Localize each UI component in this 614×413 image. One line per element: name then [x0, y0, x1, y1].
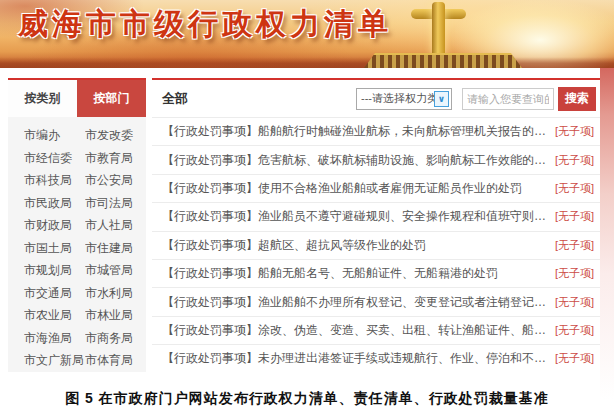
sidebar-item-dept[interactable]: 市文广新局 — [24, 349, 85, 372]
no-subitem-badge: [无子项] — [555, 238, 594, 253]
sidebar-item-dept[interactable]: 市交通局 — [24, 282, 85, 305]
sidebar-tabs: 按类别 按部门 — [8, 80, 146, 117]
item-title: 使用不合格渔业船舶或者雇佣无证船员作业的处罚 — [258, 181, 522, 195]
power-list-panel: 全部 ---请选择权力类型--- ∨ 搜索 【行政处罚事项】船舶航行时触碰渔业航… — [152, 78, 600, 373]
item-title: 渔业船舶不办理所有权登记、变更登记或者注销登记的处罚 — [258, 295, 547, 309]
list-item[interactable]: 【行政处罚事项】危害航标、破坏航标辅助设施、影响航标工作效能的处罚 [无子项] — [152, 145, 600, 173]
chevron-down-icon[interactable]: ∨ — [434, 91, 449, 107]
list-item[interactable]: 【行政处罚事项】船舶航行时触碰渔业航标，未向航标管理机关报告的处罚 [无子项] — [152, 117, 600, 145]
page-banner: 威海市市级行政权力清单 — [0, 0, 614, 68]
figure-caption: 图 5 在市政府门户网站发布行政权力清单、责任清单、行政处罚裁量基准 — [0, 390, 614, 408]
department-list: 市编办 市发改委 市经信委 市教育局 市科技局 市公安局 市民政局 市司法局 市… — [8, 117, 146, 372]
item-title: 危害航标、破坏航标辅助设施、影响航标工作效能的处罚 — [258, 153, 547, 167]
sidebar-item-dept[interactable]: 市城管局 — [85, 259, 146, 282]
sidebar-item-dept[interactable]: 市财政局 — [24, 214, 85, 237]
item-prefix: 【行政处罚事项】 — [162, 181, 258, 195]
sidebar-item-dept[interactable]: 市住建局 — [85, 237, 146, 260]
tab-by-department[interactable]: 按部门 — [77, 80, 146, 117]
search-button[interactable]: 搜索 — [558, 87, 596, 111]
no-subitem-badge: [无子项] — [555, 351, 594, 366]
no-subitem-badge: [无子项] — [555, 124, 594, 139]
background-strip — [600, 68, 614, 400]
page-title: 威海市市级行政权力清单 — [18, 4, 392, 45]
sidebar-item-dept[interactable]: 市公安局 — [85, 169, 146, 192]
list-title: 全部 — [162, 90, 188, 108]
list-header: 全部 ---请选择权力类型--- ∨ 搜索 — [152, 80, 600, 117]
no-subitem-badge: [无子项] — [555, 181, 594, 196]
sidebar-item-dept[interactable]: 市商务局 — [85, 327, 146, 350]
list-item[interactable]: 【行政处罚事项】超航区、超抗风等级作业的处罚 [无子项] — [152, 231, 600, 259]
list-item[interactable]: 【行政处罚事项】渔业船员不遵守避碰规则、安全操作规程和值班守则的处罚 [无子项] — [152, 202, 600, 230]
sidebar-item-dept[interactable]: 市教育局 — [85, 147, 146, 170]
power-type-select[interactable]: ---请选择权力类型--- ∨ — [356, 88, 452, 110]
item-title: 船舶航行时触碰渔业航标，未向航标管理机关报告的处罚 — [258, 124, 547, 138]
sidebar-item-dept[interactable]: 市海渔局 — [24, 327, 85, 350]
sidebar-item-dept[interactable]: 市国土局 — [24, 237, 85, 260]
department-sidebar: 按类别 按部门 市编办 市发改委 市经信委 市教育局 市科技局 市公安局 市民政… — [8, 78, 146, 372]
tab-by-category[interactable]: 按类别 — [8, 80, 77, 117]
no-subitem-badge: [无子项] — [555, 266, 594, 281]
item-prefix: 【行政处罚事项】 — [162, 295, 258, 309]
sidebar-item-dept[interactable]: 市发改委 — [85, 124, 146, 147]
item-title: 涂改、伪造、变造、买卖、出租、转让渔船证件、船员证书的处罚 — [258, 323, 547, 337]
sidebar-item-dept[interactable]: 市林业局 — [85, 304, 146, 327]
no-subitem-badge: [无子项] — [555, 323, 594, 338]
list-item[interactable]: 【行政处罚事项】船舶无船名号、无船舶证件、无船籍港的处罚 [无子项] — [152, 259, 600, 287]
sidebar-item-dept[interactable]: 市人社局 — [85, 214, 146, 237]
item-title: 未办理进出港签证手续或违规航行、作业、停泊和不服从安全秩序管理的处罚 — [258, 351, 547, 365]
power-type-select-value: ---请选择权力类型--- — [361, 91, 434, 106]
no-subitem-badge: [无子项] — [555, 295, 594, 310]
item-prefix: 【行政处罚事项】 — [162, 266, 258, 280]
item-title: 超航区、超抗风等级作业的处罚 — [258, 238, 426, 252]
item-prefix: 【行政处罚事项】 — [162, 209, 258, 223]
sidebar-item-dept[interactable]: 市体育局 — [85, 349, 146, 372]
item-prefix: 【行政处罚事项】 — [162, 351, 258, 365]
item-prefix: 【行政处罚事项】 — [162, 153, 258, 167]
sidebar-item-dept[interactable]: 市水利局 — [85, 282, 146, 305]
sidebar-item-dept[interactable]: 市民政局 — [24, 192, 85, 215]
no-subitem-badge: [无子项] — [555, 209, 594, 224]
sidebar-item-dept[interactable]: 市科技局 — [24, 169, 85, 192]
item-prefix: 【行政处罚事项】 — [162, 238, 258, 252]
item-title: 船舶无船名号、无船舶证件、无船籍港的处罚 — [258, 266, 498, 280]
search-input[interactable] — [462, 88, 554, 110]
sidebar-item-dept[interactable]: 市经信委 — [24, 147, 85, 170]
sidebar-item-dept[interactable]: 市规划局 — [24, 259, 85, 282]
item-prefix: 【行政处罚事项】 — [162, 124, 258, 138]
sidebar-item-dept[interactable]: 市农业局 — [24, 304, 85, 327]
no-subitem-badge: [无子项] — [555, 153, 594, 168]
list-item[interactable]: 【行政处罚事项】涂改、伪造、变造、买卖、出租、转让渔船证件、船员证书的处罚 [无… — [152, 316, 600, 344]
list-item[interactable]: 【行政处罚事项】使用不合格渔业船舶或者雇佣无证船员作业的处罚 [无子项] — [152, 174, 600, 202]
list-item[interactable]: 【行政处罚事项】渔业船舶不办理所有权登记、变更登记或者注销登记的处罚 [无子项] — [152, 287, 600, 315]
list-item[interactable]: 【行政处罚事项】未办理进出港签证手续或违规航行、作业、停泊和不服从安全秩序管理的… — [152, 344, 600, 372]
sidebar-item-dept[interactable]: 市司法局 — [85, 192, 146, 215]
item-title: 渔业船员不遵守避碰规则、安全操作规程和值班守则的处罚 — [258, 209, 547, 223]
sidebar-item-dept[interactable]: 市编办 — [24, 124, 85, 147]
item-prefix: 【行政处罚事项】 — [162, 323, 258, 337]
